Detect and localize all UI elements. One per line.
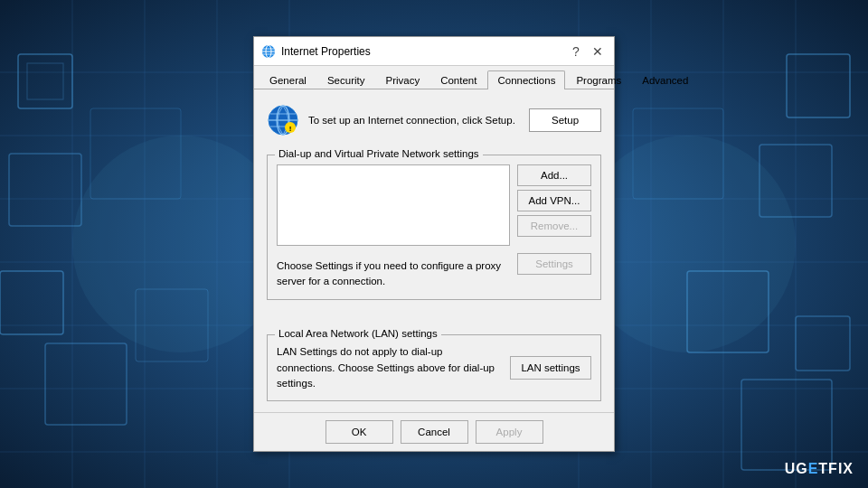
tab-programs[interactable]: Programs <box>566 70 631 89</box>
proxy-description: Choose Settings if you need to configure… <box>277 258 510 290</box>
tab-privacy[interactable]: Privacy <box>375 70 429 89</box>
tab-general[interactable]: General <box>259 70 316 89</box>
add-button[interactable]: Add... <box>517 164 591 186</box>
setup-globe-icon: ! <box>267 104 299 136</box>
title-bar-left: Internet Properties <box>261 44 371 59</box>
vpn-group-box: Dial-up and Virtual Private Network sett… <box>267 155 601 300</box>
settings-button[interactable]: Settings <box>517 253 591 275</box>
help-button[interactable]: ? <box>567 42 585 61</box>
lan-content: LAN Settings do not apply to dial-up con… <box>277 344 591 391</box>
watermark-text-pre: UG <box>785 461 808 476</box>
lan-settings-button[interactable]: LAN settings <box>510 356 591 380</box>
tab-advanced[interactable]: Advanced <box>632 70 698 89</box>
add-vpn-button[interactable]: Add VPN... <box>517 190 591 211</box>
apply-button[interactable]: Apply <box>476 420 543 444</box>
tab-security[interactable]: Security <box>317 70 375 89</box>
close-button[interactable]: ✕ <box>589 42 607 61</box>
title-bar: Internet Properties ? ✕ <box>254 37 614 66</box>
dialog-title: Internet Properties <box>281 45 371 58</box>
vpn-list[interactable] <box>277 164 510 246</box>
vpn-group-content: Add... Add VPN... Remove... <box>277 164 591 246</box>
ok-button[interactable]: OK <box>326 420 393 444</box>
tab-content[interactable]: Content <box>430 70 486 89</box>
setup-description: To set up an Internet connection, click … <box>308 113 520 127</box>
vpn-group-label: Dial-up and Virtual Private Network sett… <box>275 148 483 159</box>
spacer <box>267 309 601 317</box>
ie-icon <box>261 44 276 59</box>
watermark-accent: E <box>808 461 819 476</box>
tab-bar: General Security Privacy Content Connect… <box>254 66 614 89</box>
lan-description: LAN Settings do not apply to dial-up con… <box>277 344 501 391</box>
watermark: UGETFIX <box>785 461 854 477</box>
tab-connections[interactable]: Connections <box>487 70 565 89</box>
lan-group-box: Local Area Network (LAN) settings LAN Se… <box>267 334 601 401</box>
vpn-button-group: Add... Add VPN... Remove... <box>517 164 591 246</box>
cancel-button[interactable]: Cancel <box>401 420 468 444</box>
content-area: ! To set up an Internet connection, clic… <box>254 89 614 412</box>
setup-section: ! To set up an Internet connection, clic… <box>267 100 601 140</box>
internet-properties-dialog: Internet Properties ? ✕ General Security… <box>253 36 615 452</box>
watermark-text-post: TFIX <box>818 461 854 476</box>
setup-button[interactable]: Setup <box>529 108 601 132</box>
remove-button[interactable]: Remove... <box>517 215 591 237</box>
lan-group-label: Local Area Network (LAN) settings <box>275 328 441 339</box>
title-bar-controls: ? ✕ <box>567 42 607 61</box>
svg-text:!: ! <box>289 125 292 133</box>
bottom-bar: OK Cancel Apply <box>254 412 614 451</box>
